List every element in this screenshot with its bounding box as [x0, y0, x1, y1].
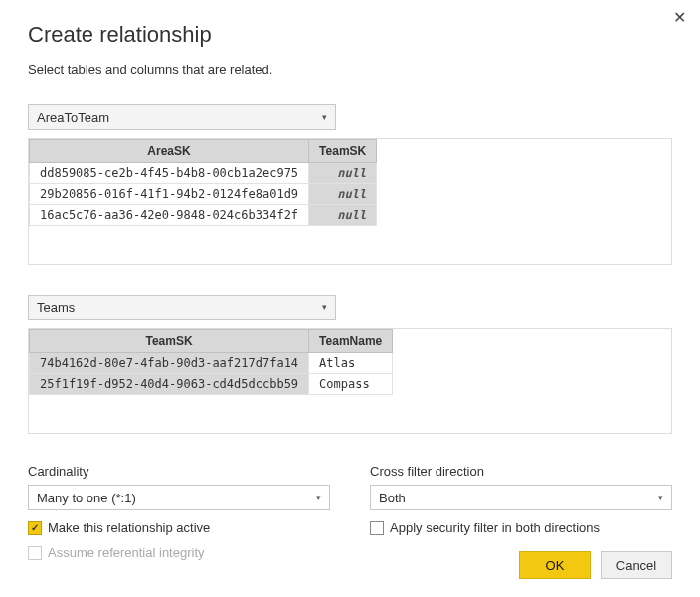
- table-row: 16ac5c76-aa36-42e0-9848-024c6b334f2f nul…: [30, 205, 377, 226]
- table-row: 25f1f19f-d952-40d4-9063-cd4d5dccbb59 Com…: [30, 374, 393, 395]
- ok-button[interactable]: OK: [519, 551, 591, 579]
- table1-header-row: AreaSK TeamSK: [30, 140, 377, 163]
- table1-preview: AreaSK TeamSK dd859085-ce2b-4f45-b4b8-00…: [28, 138, 672, 265]
- table2-select-value: Teams: [37, 300, 75, 315]
- checkbox-referential: [28, 546, 42, 560]
- dialog-title: Create relationship: [28, 22, 672, 48]
- chevron-down-icon: ▾: [322, 112, 327, 122]
- table2-grid[interactable]: TeamSK TeamName 74b4162d-80e7-4fab-90d3-…: [29, 329, 393, 395]
- active-checkbox-label: Make this relationship active: [48, 520, 210, 535]
- cardinality-value: Many to one (*:1): [37, 491, 136, 505]
- close-icon[interactable]: ✕: [673, 10, 686, 26]
- referential-checkbox-row: Assume referential integrity: [28, 545, 330, 560]
- security-checkbox-label: Apply security filter in both directions: [390, 520, 600, 535]
- checkbox-active[interactable]: [28, 521, 42, 535]
- create-relationship-dialog: ✕ Create relationship Select tables and …: [0, 0, 700, 597]
- chevron-down-icon: ▾: [316, 493, 321, 502]
- table1-select-value: AreaToTeam: [37, 110, 109, 125]
- table1-col-areask[interactable]: AreaSK: [30, 140, 309, 163]
- cardinality-label: Cardinality: [28, 464, 330, 479]
- table2-col-teamname[interactable]: TeamName: [309, 330, 393, 353]
- cardinality-select[interactable]: Many to one (*:1) ▾: [28, 485, 330, 510]
- table2-col-teamsk[interactable]: TeamSK: [30, 330, 309, 353]
- table-row: dd859085-ce2b-4f45-b4b8-00cb1a2ec975 nul…: [30, 163, 377, 184]
- dialog-footer: OK Cancel: [519, 551, 672, 579]
- table1-select[interactable]: AreaToTeam ▾: [28, 104, 336, 130]
- table2-preview: TeamSK TeamName 74b4162d-80e7-4fab-90d3-…: [28, 328, 672, 434]
- security-checkbox-row[interactable]: Apply security filter in both directions: [370, 520, 672, 535]
- table1-col-teamsk[interactable]: TeamSK: [309, 140, 377, 163]
- table-row: 74b4162d-80e7-4fab-90d3-aaf217d7fa14 Atl…: [30, 353, 393, 374]
- table-row: 29b20856-016f-41f1-94b2-0124fe8a01d9 nul…: [30, 184, 377, 205]
- checkbox-security[interactable]: [370, 521, 384, 535]
- crossfilter-select[interactable]: Both ▾: [370, 485, 672, 510]
- chevron-down-icon: ▾: [658, 493, 663, 502]
- table1-grid[interactable]: AreaSK TeamSK dd859085-ce2b-4f45-b4b8-00…: [29, 139, 377, 226]
- chevron-down-icon: ▾: [322, 302, 327, 312]
- active-checkbox-row[interactable]: Make this relationship active: [28, 520, 330, 535]
- table2-select[interactable]: Teams ▾: [28, 295, 336, 320]
- crossfilter-value: Both: [379, 491, 406, 505]
- referential-checkbox-label: Assume referential integrity: [48, 545, 205, 560]
- crossfilter-label: Cross filter direction: [370, 464, 672, 479]
- cancel-button[interactable]: Cancel: [601, 551, 672, 579]
- dialog-subtitle: Select tables and columns that are relat…: [28, 62, 672, 77]
- table2-header-row: TeamSK TeamName: [30, 330, 393, 353]
